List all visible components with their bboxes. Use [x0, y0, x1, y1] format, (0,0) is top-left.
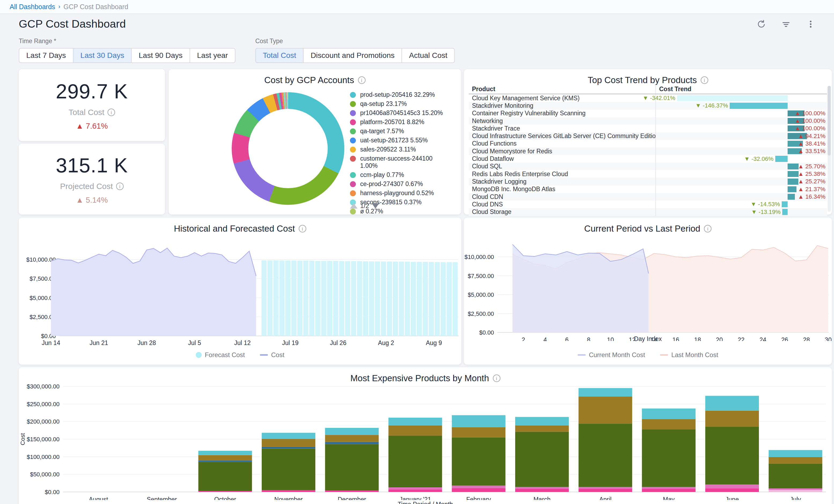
breadcrumb: All Dashboards › GCP Cost Dashboard — [0, 0, 834, 14]
total-cost-delta: ▲ 7.61% — [76, 122, 108, 131]
last-month-legend-label[interactable]: Last Month Cost — [671, 351, 718, 359]
donut-legend-item[interactable]: harness-playground 0.52% — [350, 190, 448, 197]
product-cell: Redis Labs Redis Enterprise Cloud — [469, 170, 655, 178]
trend-bar — [775, 156, 788, 162]
projected-cost-card: 315.1 K Projected Costi ▲ 5.14% — [19, 144, 165, 215]
historical-forecast-card: Historical and Forecasted Costi $10,000.… — [19, 218, 461, 365]
cost-trend-cell: ▼ -14.53% — [655, 200, 827, 208]
breadcrumb-all-dashboards[interactable]: All Dashboards — [10, 3, 55, 11]
product-cell: Container Registry Vulnerability Scannin… — [469, 110, 655, 117]
legend-dot — [350, 101, 356, 107]
svg-text:$7,500.00: $7,500.00 — [468, 272, 494, 279]
svg-text:Aug 2: Aug 2 — [378, 339, 394, 346]
donut-legend-item[interactable]: qa-target 7.57% — [350, 128, 448, 135]
donut-legend-item[interactable]: prod-setup-205416 32.29% — [350, 91, 448, 98]
donut-title: Cost by GCP Accounts — [264, 75, 354, 85]
product-cell: Stackdriver Monitoring — [469, 102, 655, 109]
legend-pager: 1/2 — [350, 202, 379, 210]
svg-text:Jun 21: Jun 21 — [90, 339, 108, 346]
table-row: Cloud Key Management Service (KMS)▼ -342… — [469, 94, 827, 102]
cost-trend-cell: ▼ -342.01% — [655, 94, 827, 102]
donut-legend-item[interactable]: ccm-play 0.77% — [350, 171, 448, 178]
cost-trend-cell: ▲ 100.00% — [655, 110, 827, 117]
cost-type-actual-cost[interactable]: Actual Cost — [402, 48, 455, 63]
last-month-swatch — [660, 354, 668, 356]
svg-text:$100,000.00: $100,000.00 — [27, 454, 60, 460]
svg-text:August: August — [89, 496, 108, 500]
cost-legend-label[interactable]: Cost — [271, 351, 284, 359]
kebab-menu-icon[interactable] — [806, 20, 815, 29]
time-range-last-year[interactable]: Last year — [190, 48, 236, 63]
time-range-last-30-days[interactable]: Last 30 Days — [73, 48, 131, 63]
trend-value: ▲ 38.41% — [798, 140, 826, 148]
legend-dot — [350, 147, 356, 153]
cost-trend-cell: ▼ -13.19% — [655, 208, 827, 216]
cost-swatch — [260, 354, 268, 356]
trend-value: ▲ 25.38% — [798, 170, 826, 178]
cost-trend-cell: ▲ 25.70% — [655, 163, 827, 170]
product-cell: Cloud Memorystore for Redis — [469, 148, 655, 155]
trend-bar — [788, 163, 798, 170]
svg-text:$2,500.00: $2,500.00 — [468, 310, 494, 317]
column-header-product[interactable]: Product — [469, 86, 655, 93]
trend-value: ▲ 33.51% — [798, 148, 826, 155]
svg-text:July: July — [790, 496, 801, 500]
trend-bar — [788, 178, 798, 184]
historical-forecast-chart: $10,000.00$7,500.00$5,000.00$2,500.00$0.… — [19, 234, 461, 363]
donut-legend-item[interactable]: platform-205701 8.82% — [350, 118, 448, 126]
trend-bar — [788, 194, 795, 200]
svg-text:September: September — [147, 496, 177, 500]
donut-legend-item[interactable]: uat-setup-261723 5.55% — [350, 137, 448, 144]
product-cell: Cloud SQL — [469, 163, 655, 170]
trend-value: ▼ -32.06% — [744, 155, 773, 162]
period-compare-card: Current Period vs Last Periodi $10,000.0… — [464, 218, 832, 365]
forecast-cost-legend-label[interactable]: Forecast Cost — [205, 351, 245, 359]
trend-table-title: Top Cost Trend by Products — [588, 75, 697, 85]
column-header-cost-trend[interactable]: Cost Trend — [655, 85, 827, 93]
refresh-icon[interactable] — [757, 20, 766, 29]
cost-trend-cell: ▲ 25.38% — [655, 170, 827, 178]
cost-trend-cell: ▲ 33.51% — [655, 148, 827, 155]
cost-trend-cell: ▲ 16.34% — [655, 193, 827, 200]
product-cell: Cloud Storage — [469, 208, 655, 216]
scrollbar-thumb[interactable] — [828, 86, 831, 155]
donut-legend-item[interactable]: sales-209522 3.11% — [350, 146, 448, 153]
cost-trend-table: Product Cost Trend Cloud Key Management … — [469, 85, 827, 212]
svg-text:$10,000.00: $10,000.00 — [464, 254, 494, 260]
legend-dot — [350, 92, 356, 98]
cost-type-total-cost[interactable]: Total Cost — [255, 48, 304, 63]
page-down-icon[interactable] — [372, 203, 379, 209]
donut-legend-item[interactable]: customer-success-244100 1.00% — [350, 155, 448, 170]
donut-legend-item[interactable]: pr10406a87045145c3 15.20% — [350, 109, 448, 117]
donut-legend-item[interactable]: ce-prod-274307 0.67% — [350, 180, 448, 188]
product-cell: Cloud Infrastructure Services GitLab Ser… — [469, 132, 655, 140]
time-range-last-90-days[interactable]: Last 90 Days — [131, 48, 190, 63]
table-row: Cloud SQL▲ 25.70% — [469, 163, 827, 170]
donut-legend-item[interactable]: qa-setup 23.17% — [350, 100, 448, 108]
period-compare-title: Current Period vs Last Period — [584, 224, 700, 234]
info-icon[interactable]: i — [704, 225, 711, 233]
page-up-icon[interactable] — [350, 203, 357, 209]
table-row: Cloud Memorystore for Redis▲ 33.51% — [469, 148, 827, 155]
time-range-last-7-days[interactable]: Last 7 Days — [19, 48, 73, 63]
table-header: Product Cost Trend — [469, 85, 827, 94]
product-cell: Cloud Functions — [469, 140, 655, 148]
info-icon[interactable]: i — [701, 76, 708, 84]
info-icon[interactable]: i — [358, 76, 366, 84]
table-row: Cloud CDN▲ 16.34% — [469, 193, 827, 200]
svg-text:$150,000.00: $150,000.00 — [27, 436, 60, 443]
most-expensive-products-card: Most Expensive Products by Monthi Cost $… — [19, 367, 832, 504]
svg-text:$50,000.00: $50,000.00 — [30, 471, 60, 478]
filter-icon[interactable] — [782, 20, 791, 29]
info-icon[interactable]: i — [493, 374, 500, 382]
info-icon[interactable]: i — [299, 225, 306, 233]
info-icon[interactable]: i — [108, 109, 115, 116]
svg-text:$200,000.00: $200,000.00 — [27, 418, 60, 425]
cost-type-label: Cost Type — [255, 38, 455, 45]
cost-trend-cell: ▲ 94.21% — [655, 132, 827, 140]
cost-type-discount[interactable]: Discount and Promotions — [303, 48, 402, 63]
legend-dot — [350, 172, 356, 178]
info-icon[interactable]: i — [116, 182, 124, 190]
current-month-legend-label[interactable]: Current Month Cost — [589, 351, 645, 359]
svg-text:$250,000.00: $250,000.00 — [27, 401, 60, 408]
